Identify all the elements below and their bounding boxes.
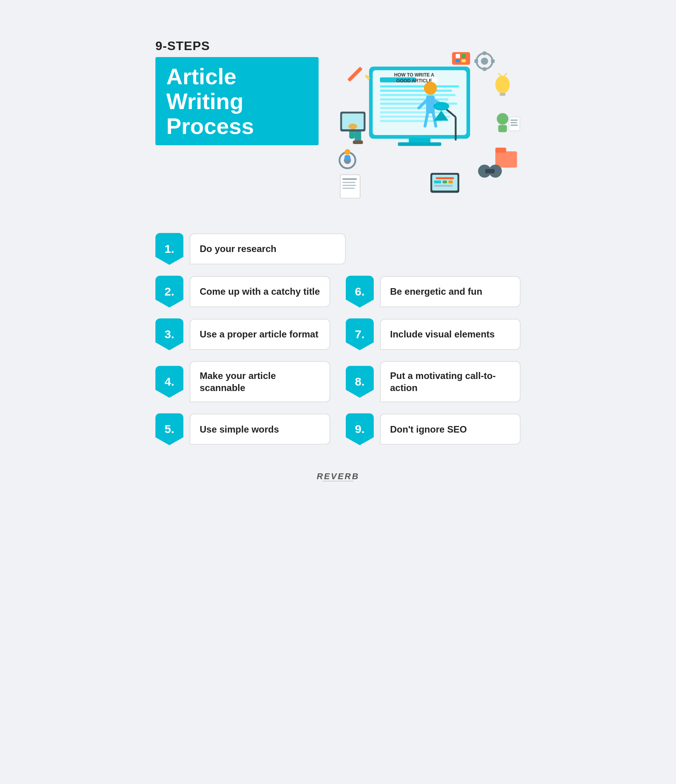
svg-rect-7 [380,98,448,101]
svg-text:REVERB: REVERB [317,471,359,481]
svg-rect-30 [353,141,363,144]
step-bubble-5: 5. [155,413,183,445]
svg-rect-12 [380,120,441,122]
illustration-svg: HOW TO WRITE A GOOD ARTICLE [319,39,521,210]
step-bubble-2: 2. [155,276,183,308]
step-bubble-7: 7. [346,318,374,350]
svg-rect-70 [448,181,453,183]
step-item-7: 7. Include visual elements [346,318,521,350]
svg-rect-40 [474,59,478,63]
step-item-3: 3. Use a proper article format [155,318,330,350]
step-text-5: Use simple words [190,414,330,445]
title-banner: Article Writing Process [155,57,319,145]
step-item-5: 5. Use simple words [155,413,330,445]
svg-rect-41 [491,59,495,63]
step-text-3: Use a proper article format [190,319,330,350]
step-item-4: 4. Make your article scannable [155,361,330,402]
step-bubble-6: 6. [346,276,374,308]
svg-rect-5 [380,90,452,92]
svg-rect-51 [509,117,520,130]
svg-rect-59 [485,169,495,173]
title-block: 9-STEPS Article Writing Process [155,39,319,145]
svg-text:HOW TO WRITE A: HOW TO WRITE A [394,72,434,78]
svg-rect-32 [456,54,460,58]
svg-rect-16 [398,142,441,146]
svg-rect-62 [342,182,355,183]
svg-rect-64 [342,188,355,189]
steps-label: 9-STEPS [155,39,319,53]
step-item-6: 6. Be energetic and fun [346,276,521,308]
step-item-9: 9. Don't ignore SEO [346,413,521,445]
step-bubble-8: 8. [346,366,374,398]
svg-rect-63 [342,185,356,186]
svg-rect-61 [342,178,357,180]
logo-svg: REVERB [315,468,361,484]
step-bubble-1: 1. [155,233,183,265]
svg-rect-43 [500,93,505,96]
header-area: 9-STEPS Article Writing Process [155,39,521,210]
step-item-2: 2. Come up with a catchy title [155,276,330,308]
svg-rect-29 [356,132,360,139]
svg-rect-31 [452,52,470,65]
svg-rect-35 [462,59,466,62]
svg-text:GOOD ARTICLE: GOOD ARTICLE [396,78,432,83]
step-text-6: Be energetic and fun [380,276,521,307]
illustration-area: HOW TO WRITE A GOOD ARTICLE [319,39,521,210]
step-text-2: Come up with a catchy title [190,276,330,307]
page-container: 9-STEPS Article Writing Process [132,16,544,777]
svg-rect-72 [347,66,362,82]
steps-grid: 1. Do your research 2. Come up with a ca… [155,233,521,445]
svg-rect-52 [510,120,518,121]
svg-rect-50 [498,125,507,132]
page-title: Article Writing Process [166,64,308,138]
svg-rect-71 [434,185,453,187]
svg-rect-18 [426,96,435,113]
logo-area: REVERB [155,468,521,484]
step-bubble-9: 9. [346,413,374,445]
step-text-9: Don't ignore SEO [380,414,521,445]
svg-point-42 [495,76,510,94]
svg-point-49 [497,113,509,125]
step-item-8: 8. Put a motivating call-to-action [346,361,521,402]
svg-rect-33 [462,54,466,58]
svg-rect-69 [443,181,447,183]
svg-rect-53 [510,122,517,123]
step-bubble-4: 4. [155,366,183,398]
svg-rect-34 [456,59,460,62]
svg-rect-4 [380,85,459,88]
step-text-7: Include visual elements [380,319,521,350]
svg-rect-55 [495,151,517,168]
svg-point-25 [433,102,449,110]
step-text-4: Make your article scannable [190,361,330,402]
svg-point-17 [424,82,437,94]
step-text-1: Do your research [190,233,346,264]
svg-rect-56 [495,148,506,153]
step-text-8: Put a motivating call-to-action [380,361,521,402]
svg-rect-67 [436,177,454,179]
svg-rect-77 [345,155,350,160]
svg-rect-68 [434,181,441,183]
svg-rect-54 [510,125,518,126]
svg-point-37 [481,57,488,65]
svg-rect-39 [483,67,486,71]
svg-rect-15 [409,138,430,143]
step-bubble-3: 3. [155,318,183,350]
svg-point-48 [348,123,357,129]
svg-rect-38 [483,51,486,55]
svg-rect-6 [380,94,456,96]
svg-point-76 [345,149,350,155]
svg-rect-60 [340,175,360,198]
step-item-1: 1. Do your research [155,233,346,265]
